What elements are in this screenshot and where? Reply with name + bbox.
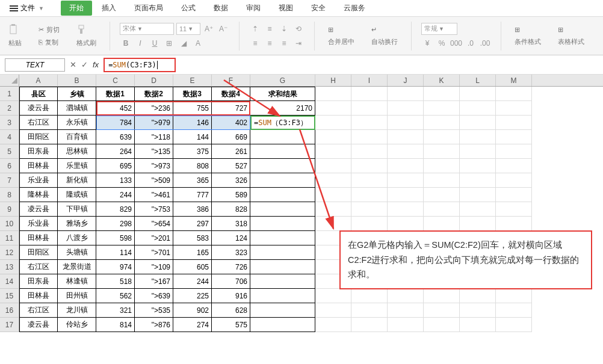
align-left-icon[interactable]: ≡ [249,37,261,49]
cell-A11[interactable]: 田林县 [19,231,58,245]
accept-formula-icon[interactable]: ✓ [81,60,88,69]
cell-B7[interactable]: 新化镇 [58,173,96,188]
cell-D16[interactable]: ">535 [135,303,173,318]
cell-L3[interactable] [460,116,496,130]
cell-L1[interactable] [460,87,496,101]
row-header-8[interactable]: 8 [0,188,19,202]
cell-B9[interactable]: 下甲镇 [58,202,96,217]
row-header-2[interactable]: 2 [0,101,19,116]
cell-C11[interactable]: 598 [96,231,135,245]
cell-J1[interactable] [388,87,424,101]
cell-B11[interactable]: 八渡乡 [58,231,96,245]
cell-C13[interactable]: 974 [96,260,135,274]
cell-A12[interactable]: 田阳区 [19,245,58,260]
cell-I1[interactable] [351,87,388,101]
cell-L5[interactable] [460,144,496,159]
cell-G15[interactable] [250,289,315,303]
cell-F7[interactable]: 326 [212,173,250,188]
cell-F16[interactable]: 628 [212,303,250,318]
cell-K8[interactable] [424,188,460,202]
cell-B2[interactable]: 泗城镇 [58,101,96,116]
decrease-font-icon[interactable]: A⁻ [217,23,229,35]
fill-color-icon[interactable]: ◢ [178,37,190,49]
cell-B4[interactable]: 百育镇 [58,130,96,144]
cell-A9[interactable]: 凌云县 [19,202,58,217]
cell-M3[interactable] [496,116,532,130]
cell-I16[interactable] [351,303,388,318]
cell-K15[interactable] [424,289,460,303]
col-header-J[interactable]: J [388,75,424,86]
cell-B8[interactable]: 隆或镇 [58,188,96,202]
cell-B3[interactable]: 永乐镇 [58,116,96,130]
cell-L6[interactable] [460,159,496,173]
cell-D2[interactable]: ">236 [135,101,173,116]
cell-D14[interactable]: ">167 [135,274,173,289]
cell-C1[interactable]: 数据1 [96,87,135,101]
cell-L17[interactable] [460,318,496,332]
cell-I4[interactable] [351,130,388,144]
cell-D12[interactable]: ">701 [135,245,173,260]
cell-J6[interactable] [388,159,424,173]
cell-C9[interactable]: 829 [96,202,135,217]
align-right-icon[interactable]: ≡ [278,37,290,49]
cell-M17[interactable] [496,318,532,332]
cell-D11[interactable]: ">201 [135,231,173,245]
tab-security[interactable]: 安全 [303,1,334,16]
cell-C6[interactable]: 695 [96,159,135,173]
row-header-17[interactable]: 17 [0,318,19,332]
bold-icon[interactable]: B [120,37,132,49]
cell-H16[interactable] [315,303,351,318]
cell-I9[interactable] [351,202,388,217]
cell-E8[interactable]: 777 [173,188,212,202]
cell-F12[interactable]: 323 [212,245,250,260]
cell-M16[interactable] [496,303,532,318]
orientation-icon[interactable]: ⟲ [292,23,305,35]
comma-icon[interactable]: 000 [450,37,462,49]
merge-button[interactable]: ⊞ [324,25,358,35]
cell-C2[interactable]: 452 [96,101,135,116]
formula-input[interactable]: =SUM(C3:F3) [104,58,176,72]
cell-B13[interactable]: 龙景街道 [58,260,96,274]
cell-D5[interactable]: ">135 [135,144,173,159]
cell-K17[interactable] [424,318,460,332]
cell-C10[interactable]: 298 [96,217,135,231]
cell-I8[interactable] [351,188,388,202]
cell-E9[interactable]: 386 [173,202,212,217]
cond-format-button[interactable]: ⊞ [511,25,545,35]
cell-B1[interactable]: 乡镇 [58,87,96,101]
paste-button[interactable] [5,23,25,36]
cell-D7[interactable]: ">509 [135,173,173,188]
col-header-E[interactable]: E [173,75,212,86]
border-icon[interactable]: ⊞ [163,37,175,49]
font-color-icon[interactable]: A [192,37,204,49]
number-format-select[interactable]: 常规▼ [421,23,457,35]
cell-K2[interactable] [424,101,460,116]
row-header-1[interactable]: 1 [0,87,19,101]
cell-F6[interactable]: 527 [212,159,250,173]
cell-C14[interactable]: 518 [96,274,135,289]
copy-button[interactable]: ⎘ 复制 [35,37,63,48]
row-header-9[interactable]: 9 [0,202,19,217]
col-header-K[interactable]: K [424,75,460,86]
cell-B5[interactable]: 思林镇 [58,144,96,159]
cell-E3[interactable]: 146 [173,116,212,130]
col-header-H[interactable]: H [315,75,351,86]
cell-F11[interactable]: 124 [212,231,250,245]
cell-A15[interactable]: 田林县 [19,289,58,303]
cell-B6[interactable]: 乐里镇 [58,159,96,173]
align-bottom-icon[interactable]: ⇣ [278,23,290,35]
cell-A1[interactable]: 县区 [19,87,58,101]
cell-G13[interactable] [250,260,315,274]
cell-A3[interactable]: 右江区 [19,116,58,130]
cell-J2[interactable] [388,101,424,116]
cell-K5[interactable] [424,144,460,159]
name-box[interactable]: TEXT [5,58,65,72]
cell-F13[interactable]: 726 [212,260,250,274]
currency-icon[interactable]: ¥ [421,37,433,49]
cell-F8[interactable]: 589 [212,188,250,202]
cell-I7[interactable] [351,173,388,188]
cell-E17[interactable]: 274 [173,318,212,332]
italic-icon[interactable]: I [134,37,146,49]
row-header-12[interactable]: 12 [0,245,19,260]
cell-E11[interactable]: 583 [173,231,212,245]
